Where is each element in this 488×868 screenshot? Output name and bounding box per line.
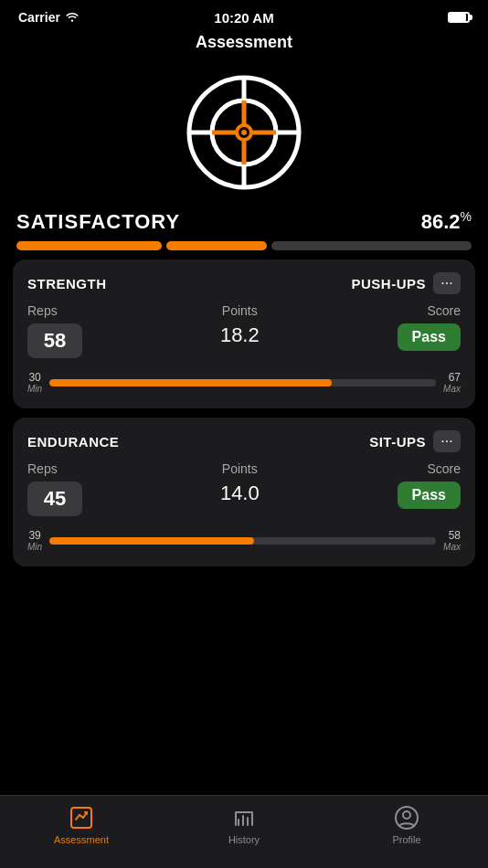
profile-tab-label: Profile — [392, 834, 420, 845]
target-logo — [180, 69, 308, 196]
strength-type-row: PUSH-UPS ··· — [351, 272, 461, 294]
logo-container — [0, 59, 488, 209]
endurance-range-row: 39 Min 58 Max — [27, 529, 461, 552]
strength-stats-row: Reps 58 Points 18.2 Score Pass — [27, 303, 461, 358]
endurance-reps-value: 45 — [27, 482, 82, 516]
satisfactory-label: SATISFACTORY — [16, 210, 180, 234]
endurance-points-col: Points 14.0 — [220, 461, 260, 505]
svg-rect-12 — [71, 808, 91, 828]
battery-icon — [448, 12, 470, 23]
strength-card-header: STRENGTH PUSH-UPS ··· — [27, 272, 461, 294]
progress-bar — [16, 241, 472, 250]
svg-point-3 — [241, 130, 247, 135]
assessment-icon — [69, 805, 94, 831]
situps-label: SIT-UPS — [369, 434, 426, 450]
strength-pass-badge: Pass — [398, 323, 461, 351]
endurance-min-label: 39 Min — [27, 529, 42, 552]
strength-range-row: 30 Min 67 Max — [27, 371, 461, 394]
strength-max-label: 67 Max — [443, 371, 461, 394]
tab-bar: Assessment History Profile — [0, 795, 488, 868]
status-bar: Carrier 10:20 AM — [0, 0, 488, 33]
endurance-max-label: 58 Max — [443, 529, 461, 552]
endurance-stats-row: Reps 45 Points 14.0 Score Pass — [27, 461, 461, 516]
assessment-tab-label: Assessment — [54, 834, 109, 845]
svg-point-14 — [403, 811, 410, 819]
profile-icon — [394, 805, 419, 831]
tab-profile[interactable]: Profile — [325, 805, 488, 845]
carrier-text: Carrier — [18, 10, 80, 25]
status-time: 10:20 AM — [214, 10, 273, 26]
endurance-points-value: 14.0 — [220, 482, 260, 505]
history-tab-label: History — [228, 834, 260, 845]
endurance-reps-col: Reps 45 — [27, 461, 82, 516]
endurance-pass-badge: Pass — [398, 482, 461, 509]
strength-reps-value: 58 — [27, 323, 82, 358]
page-title: Assessment — [0, 33, 488, 59]
tab-history[interactable]: History — [163, 805, 325, 845]
endurance-range-bar — [49, 537, 436, 545]
endurance-type-row: SIT-UPS ··· — [369, 430, 461, 452]
strength-more-button[interactable]: ··· — [433, 272, 461, 294]
endurance-score-col: Score Pass — [398, 461, 461, 509]
main-content: Assessment SATISFACTOR — [0, 33, 488, 868]
wifi-icon — [65, 10, 80, 25]
endurance-category-label: ENDURANCE — [27, 434, 119, 450]
endurance-reps-label: Reps — [27, 461, 58, 476]
strength-points-value: 18.2 — [220, 323, 260, 347]
strength-range-bar — [49, 379, 436, 386]
progress-seg-2 — [166, 241, 267, 250]
strength-reps-label: Reps — [27, 303, 58, 318]
strength-category-label: STRENGTH — [27, 276, 107, 291]
endurance-card: ENDURANCE SIT-UPS ··· Reps 45 Points 14.… — [13, 418, 475, 566]
pushups-label: PUSH-UPS — [351, 276, 426, 291]
strength-points-col: Points 18.2 — [220, 303, 260, 347]
score-row: SATISFACTORY 86.2% — [16, 209, 472, 234]
strength-min-label: 30 Min — [27, 371, 42, 394]
strength-score-label: Score — [427, 303, 461, 318]
endurance-points-label: Points — [222, 461, 258, 476]
endurance-card-header: ENDURANCE SIT-UPS ··· — [27, 430, 461, 452]
tab-assessment[interactable]: Assessment — [0, 805, 163, 845]
score-percent: 86.2% — [421, 209, 472, 234]
strength-score-col: Score Pass — [398, 303, 461, 351]
strength-card: STRENGTH PUSH-UPS ··· Reps 58 Points 18.… — [13, 259, 475, 408]
history-icon — [231, 805, 257, 831]
progress-seg-3 — [271, 241, 472, 250]
progress-seg-1 — [16, 241, 162, 250]
endurance-score-label: Score — [427, 461, 461, 476]
strength-points-label: Points — [222, 303, 258, 318]
strength-reps-col: Reps 58 — [27, 303, 82, 358]
score-section: SATISFACTORY 86.2% — [0, 209, 488, 250]
endurance-more-button[interactable]: ··· — [433, 430, 461, 452]
